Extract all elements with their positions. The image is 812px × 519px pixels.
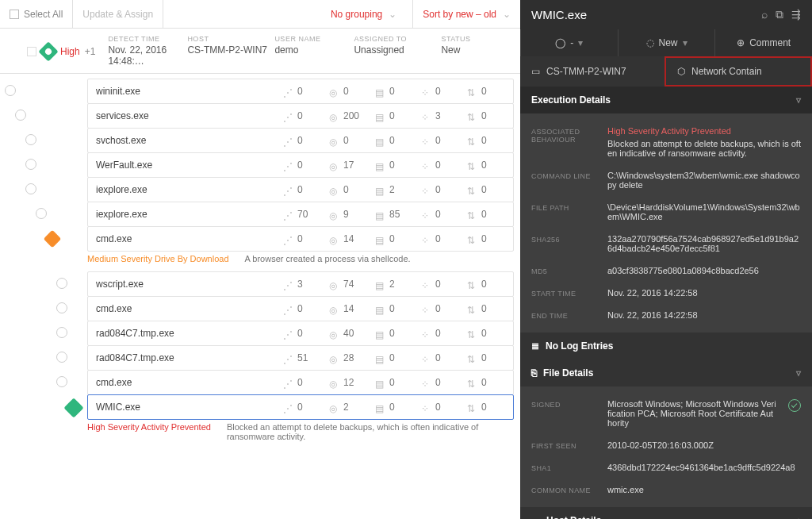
severity-tag[interactable]: High +1 — [0, 44, 95, 59]
tab-user[interactable]: ◯ - ▾ — [520, 29, 618, 56]
metric-icon: ▤ — [375, 161, 386, 169]
process-card[interactable]: rad084C7.tmp.exe⋰0◎40▤0⁘0⇅0 — [87, 321, 514, 346]
tab-comment[interactable]: ⊕ Comment — [714, 29, 812, 56]
process-row[interactable]: rad084C7.tmp.exe⋰51◎28▤0⁘0⇅0 — [0, 345, 520, 371]
process-row[interactable]: wininit.exe⋰0◎0▤0⁘0⇅0 — [0, 79, 520, 104]
process-name: iexplore.exe — [96, 209, 275, 220]
metric-icon: ⋰ — [283, 403, 294, 411]
metric-icon: ◎ — [329, 112, 340, 120]
process-name: WerFault.exe — [96, 160, 275, 171]
metric-reg: ▤2 — [375, 184, 413, 195]
process-card[interactable]: WerFault.exe⋰0◎17▤0⁘0⇅0 — [87, 152, 514, 178]
metric-icon: ⋰ — [283, 379, 294, 386]
process-name: wininit.exe — [96, 86, 275, 97]
process-card[interactable]: wscript.exe⋰3◎74▤2⁘0⇅0 — [87, 271, 514, 297]
assigned-header: ASSIGNED TO — [354, 35, 441, 43]
metric-icon: ◎ — [329, 235, 340, 243]
file-details-header[interactable]: ⎘ File Details ▿ — [520, 359, 812, 386]
checkbox-icon[interactable] — [27, 47, 36, 56]
execution-details: ASSOCIATED BEHAVIOUR High Severity Activ… — [520, 113, 812, 333]
tab-status[interactable]: ◌ New ▾ — [618, 29, 715, 56]
tree-gutter — [0, 370, 87, 395]
metric-proc: ⁘0 — [421, 209, 459, 220]
subnav-host[interactable]: ▭ CS-TMM-P2-WIN7 — [520, 56, 665, 86]
metric-icon: ▤ — [375, 403, 386, 411]
behaviour-msg: Blocked an attempt to delete backups, wh… — [607, 139, 801, 158]
process-card[interactable]: svchost.exe⋰0◎0▤0⁘0⇅0 — [87, 128, 514, 153]
process-row[interactable]: cmd.exe⋰0◎12▤0⁘0⇅0 — [0, 370, 520, 395]
process-card[interactable]: cmd.exe⋰0◎12▤0⁘0⇅0 — [87, 370, 514, 395]
metric-proc: ⁘0 — [421, 402, 459, 413]
metric-icon: ◎ — [329, 403, 340, 411]
metric-icon: ◎ — [329, 280, 340, 288]
metric-icon: ⋰ — [283, 329, 294, 337]
assigned-value: Unassigned — [354, 44, 441, 56]
tree-gutter — [0, 202, 87, 227]
metric-icon: ◎ — [329, 87, 340, 95]
grouping-select[interactable]: No grouping ⌄ — [315, 0, 413, 28]
search-icon[interactable]: ⌕ — [761, 8, 768, 21]
side-subnav: ▭ CS-TMM-P2-WIN7 ⬡ Network Contain — [520, 56, 812, 86]
process-card[interactable]: cmd.exe⋰0◎14▤0⁘0⇅0 — [87, 226, 514, 252]
cmd-value: C:\Windows\system32\wbem\wmic.exe shadow… — [607, 171, 801, 190]
execution-details-header[interactable]: Execution Details ▿ — [520, 86, 812, 113]
chevron-down-icon: ⌄ — [503, 9, 511, 20]
metric-net: ⋰0 — [283, 377, 321, 388]
first-value: 2010-02-05T20:16:03.000Z — [607, 440, 801, 450]
process-row[interactable]: wscript.exe⋰3◎74▤2⁘0⇅0 — [0, 271, 520, 297]
first-label: FIRST SEEN — [531, 440, 596, 450]
tree-icon[interactable]: ⇶ — [791, 8, 801, 21]
process-row[interactable]: WerFault.exe⋰0◎17▤0⁘0⇅0 — [0, 152, 520, 178]
process-row[interactable]: svchost.exe⋰0◎0▤0⁘0⇅0 — [0, 128, 520, 153]
chevron-down-icon: ⌄ — [389, 9, 396, 20]
process-card[interactable]: rad084C7.tmp.exe⋰51◎28▤0⁘0⇅0 — [87, 345, 514, 371]
chevron-down-icon: ▿ — [796, 367, 801, 379]
side-header: WMIC.exe ⌕ ⧉ ⇶ — [520, 0, 812, 29]
metric-icon: ⇅ — [467, 235, 478, 243]
metric-net: ⋰0 — [283, 160, 321, 171]
user-col: USER NAME demo — [274, 35, 354, 56]
process-card[interactable]: WMIC.exe⋰0◎2▤0⁘0⇅0 — [87, 394, 514, 420]
process-row[interactable]: rad084C7.tmp.exe⋰0◎40▤0⁘0⇅0 — [0, 321, 520, 346]
process-node-icon — [5, 85, 16, 96]
metric-net: ⋰0 — [283, 402, 321, 413]
sha256-label: SHA256 — [531, 234, 596, 244]
metric-icon: ⁘ — [421, 112, 432, 120]
process-row[interactable]: cmd.exe⋰0◎14▤0⁘0⇅0 — [0, 226, 520, 252]
sort-select[interactable]: Sort by new – old ⌄ — [413, 0, 520, 28]
metric-icon: ▤ — [375, 379, 386, 386]
process-node-icon — [56, 352, 67, 363]
user-icon: ◯ — [555, 37, 565, 48]
metric-dns: ⇅0 — [467, 233, 505, 244]
metric-icon: ⇅ — [467, 136, 478, 144]
monitor-icon: ▭ — [531, 515, 540, 519]
process-row[interactable]: iexplore.exe⋰70◎9▤85⁘0⇅0 — [0, 202, 520, 227]
process-card[interactable]: services.exe⋰0◎200▤0⁘3⇅0 — [87, 103, 514, 129]
user-header: USER NAME — [274, 35, 354, 43]
copy-icon[interactable]: ⧉ — [776, 8, 783, 21]
chevron-down-icon: ▾ — [683, 37, 688, 48]
process-card[interactable]: cmd.exe⋰0◎14▤0⁘0⇅0 — [87, 296, 514, 321]
process-card[interactable]: wininit.exe⋰0◎0▤0⁘0⇅0 — [87, 79, 514, 104]
host-details-header[interactable]: ▭ Host Details ▵ — [520, 507, 812, 519]
grouping-label: No grouping — [331, 9, 382, 20]
process-row[interactable]: WMIC.exe⋰0◎2▤0⁘0⇅0 — [0, 394, 520, 420]
verified-icon — [788, 399, 801, 412]
metric-icon: ◎ — [329, 161, 340, 169]
host-header: HOST — [187, 35, 274, 43]
process-row[interactable]: cmd.exe⋰0◎14▤0⁘0⇅0 — [0, 296, 520, 321]
process-row[interactable]: services.exe⋰0◎200▤0⁘3⇅0 — [0, 103, 520, 129]
severity-plus: +1 — [85, 46, 96, 57]
process-card[interactable]: iexplore.exe⋰70◎9▤85⁘0⇅0 — [87, 202, 514, 227]
select-all-button[interactable]: Select All — [0, 0, 73, 28]
metric-icon: ⇅ — [467, 210, 478, 218]
metric-dns: ⇅0 — [467, 110, 505, 121]
status-icon: ◌ — [646, 37, 654, 48]
subnav-network-contain[interactable]: ⬡ Network Contain — [665, 56, 812, 86]
process-card[interactable]: iexplore.exe⋰0◎0▤2⁘0⇅0 — [87, 177, 514, 202]
process-row[interactable]: iexplore.exe⋰0◎0▤2⁘0⇅0 — [0, 177, 520, 202]
end-label: END TIME — [531, 310, 596, 320]
host-head-label: Host Details — [546, 515, 601, 519]
cmd-label: COMMAND LINE — [531, 171, 596, 180]
update-assign-button[interactable]: Update & Assign — [73, 0, 163, 28]
